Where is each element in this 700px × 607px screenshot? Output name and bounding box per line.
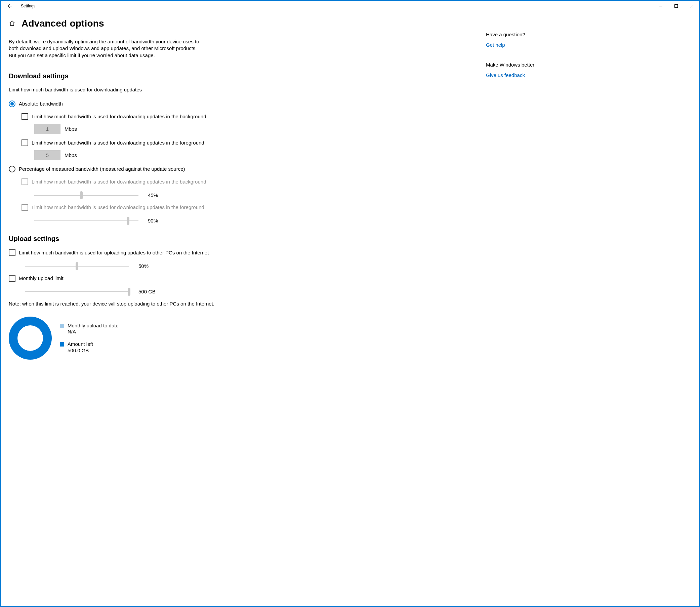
swatch-icon (60, 324, 64, 328)
checkbox-label: Limit how much bandwidth is used for dow… (31, 140, 204, 146)
slider-value: 45% (148, 192, 168, 198)
swatch-icon (60, 342, 64, 347)
monthly-upload-limit-slider (25, 288, 129, 296)
minimize-icon (659, 4, 662, 8)
legend-value: 500.0 GB (67, 348, 93, 354)
get-help-link[interactable]: Get help (486, 42, 505, 48)
checkbox-label: Limit how much bandwidth is used for upl… (19, 250, 209, 255)
download-heading: Download settings (9, 72, 472, 80)
unit-label: Mbps (65, 152, 77, 158)
upload-heading: Upload settings (9, 235, 472, 243)
checkbox-label: Limit how much bandwidth is used for dow… (31, 204, 204, 210)
download-background-mbps-input[interactable] (34, 124, 61, 134)
checkbox-monthly-upload-limit[interactable]: Monthly upload limit (9, 275, 472, 282)
download-foreground-mbps-input[interactable] (34, 150, 61, 160)
slider-value: 90% (148, 218, 168, 224)
checkbox-download-background-absolute[interactable]: Limit how much bandwidth is used for dow… (22, 113, 472, 120)
legend-label: Amount left (67, 341, 93, 348)
sidebar: Have a question? Get help Make Windows b… (486, 18, 573, 360)
checkbox-label: Limit how much bandwidth is used for dow… (31, 113, 206, 119)
checkbox-label: Limit how much bandwidth is used for dow… (31, 179, 206, 185)
page-title: Advanced options (22, 18, 104, 29)
titlebar: Settings (1, 1, 699, 12)
checkbox-label: Monthly upload limit (19, 275, 64, 281)
intro-text: By default, we're dynamically optimizing… (9, 38, 204, 59)
download-foreground-percent-slider (34, 217, 139, 225)
checkbox-upload-bandwidth[interactable]: Limit how much bandwidth is used for upl… (9, 249, 472, 256)
upload-donut-chart (9, 317, 52, 360)
checkbox-icon (9, 275, 16, 282)
legend-value: N/A (67, 329, 119, 335)
maximize-button[interactable] (669, 1, 684, 12)
upload-bandwidth-slider (25, 262, 129, 270)
radio-icon (9, 166, 16, 172)
radio-label: Absolute bandwidth (19, 101, 63, 107)
upload-limit-note: Note: when this limit is reached, your d… (9, 300, 224, 307)
maximize-icon (675, 4, 678, 8)
download-desc: Limit how much bandwidth is used for dow… (9, 87, 472, 92)
checkbox-download-foreground-absolute[interactable]: Limit how much bandwidth is used for dow… (22, 140, 472, 146)
checkbox-icon (22, 113, 28, 120)
main-content: Advanced options By default, we're dynam… (9, 18, 486, 360)
legend-label: Monthly upload to date (67, 323, 119, 329)
give-feedback-link[interactable]: Give us feedback (486, 72, 525, 78)
checkbox-download-background-percent: Limit how much bandwidth is used for dow… (22, 179, 472, 185)
legend-monthly-upload-to-date: Monthly upload to date N/A (60, 323, 119, 335)
home-icon[interactable] (9, 20, 16, 27)
arrow-left-icon (8, 4, 13, 8)
checkbox-download-foreground-percent: Limit how much bandwidth is used for dow… (22, 204, 472, 211)
svg-rect-0 (675, 5, 678, 8)
minimize-button[interactable] (653, 1, 669, 12)
make-windows-better: Make Windows better (486, 62, 573, 67)
legend-amount-left: Amount left 500.0 GB (60, 341, 119, 354)
checkbox-icon (22, 204, 28, 211)
checkbox-icon (9, 249, 16, 256)
slider-value: 500 GB (139, 289, 158, 294)
unit-label: Mbps (65, 126, 77, 132)
close-button[interactable] (684, 1, 699, 12)
radio-label: Percentage of measured bandwidth (measur… (19, 166, 185, 172)
have-a-question: Have a question? (486, 32, 573, 37)
radio-absolute-bandwidth[interactable]: Absolute bandwidth (9, 101, 472, 107)
window-title: Settings (21, 4, 35, 8)
radio-icon (9, 101, 16, 107)
checkbox-icon (22, 140, 28, 146)
download-background-percent-slider (34, 191, 139, 199)
close-icon (690, 4, 693, 8)
slider-value: 50% (139, 263, 158, 269)
radio-percentage-bandwidth[interactable]: Percentage of measured bandwidth (measur… (9, 166, 472, 172)
back-button[interactable] (3, 1, 17, 12)
checkbox-icon (22, 179, 28, 185)
